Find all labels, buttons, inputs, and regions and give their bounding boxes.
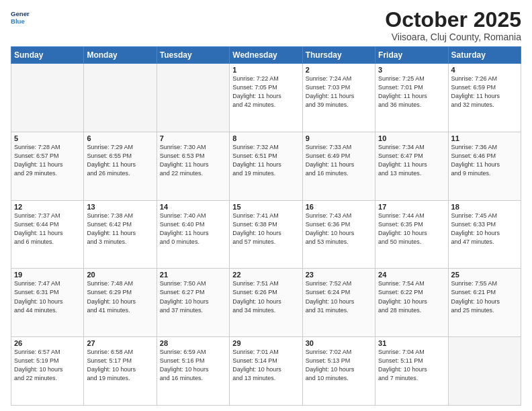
day-info: Sunrise: 7:25 AM Sunset: 7:01 PM Dayligh… [378,75,445,109]
day-number: 31 [378,339,445,347]
day-info: Sunrise: 7:38 AM Sunset: 6:42 PM Dayligh… [87,212,153,246]
day-cell: 12Sunrise: 7:37 AM Sunset: 6:44 PM Dayli… [11,200,84,269]
weekday-header-thursday: Thursday [302,47,375,64]
day-cell: 26Sunrise: 6:57 AM Sunset: 5:19 PM Dayli… [11,337,84,406]
weekday-header-tuesday: Tuesday [157,47,229,64]
week-row-1: 1Sunrise: 7:22 AM Sunset: 7:05 PM Daylig… [11,64,521,132]
day-cell: 3Sunrise: 7:25 AM Sunset: 7:01 PM Daylig… [375,64,448,132]
day-number: 23 [306,271,372,279]
header: General Blue October 2025 Viisoara, Cluj… [11,8,521,42]
day-cell: 25Sunrise: 7:55 AM Sunset: 6:21 PM Dayli… [448,269,521,337]
day-number: 5 [14,134,81,142]
day-number: 2 [306,66,372,74]
week-row-2: 5Sunrise: 7:28 AM Sunset: 6:57 PM Daylig… [11,132,521,200]
day-cell: 22Sunrise: 7:51 AM Sunset: 6:26 PM Dayli… [230,269,302,337]
day-number: 28 [160,339,226,347]
day-cell: 27Sunrise: 6:58 AM Sunset: 5:17 PM Dayli… [84,337,157,406]
page: General Blue October 2025 Viisoara, Cluj… [0,0,532,411]
day-cell: 17Sunrise: 7:44 AM Sunset: 6:35 PM Dayli… [375,200,448,269]
week-row-4: 19Sunrise: 7:47 AM Sunset: 6:31 PM Dayli… [11,269,521,337]
day-info: Sunrise: 7:54 AM Sunset: 6:22 PM Dayligh… [378,279,445,314]
weekday-header-row: SundayMondayTuesdayWednesdayThursdayFrid… [11,47,521,64]
day-info: Sunrise: 7:28 AM Sunset: 6:57 PM Dayligh… [14,143,81,178]
day-info: Sunrise: 7:36 AM Sunset: 6:46 PM Dayligh… [451,143,518,178]
location: Viisoara, Cluj County, Romania [385,32,521,42]
day-number: 25 [451,271,518,279]
day-info: Sunrise: 7:29 AM Sunset: 6:55 PM Dayligh… [87,143,153,178]
day-info: Sunrise: 7:48 AM Sunset: 6:29 PM Dayligh… [87,279,153,314]
day-cell: 8Sunrise: 7:32 AM Sunset: 6:51 PM Daylig… [230,132,302,200]
day-cell: 23Sunrise: 7:52 AM Sunset: 6:24 PM Dayli… [302,269,375,337]
weekday-header-sunday: Sunday [11,47,84,64]
day-number: 18 [451,203,518,211]
day-info: Sunrise: 7:24 AM Sunset: 7:03 PM Dayligh… [306,75,372,109]
day-number: 6 [87,134,153,142]
day-number: 30 [306,339,372,347]
day-number: 9 [306,134,372,142]
day-number: 19 [14,271,81,279]
day-number: 13 [87,203,153,211]
day-cell: 4Sunrise: 7:26 AM Sunset: 6:59 PM Daylig… [448,64,521,132]
day-info: Sunrise: 7:01 AM Sunset: 5:14 PM Dayligh… [232,348,299,383]
day-cell: 24Sunrise: 7:54 AM Sunset: 6:22 PM Dayli… [375,269,448,337]
day-cell: 18Sunrise: 7:45 AM Sunset: 6:33 PM Dayli… [448,200,521,269]
day-cell: 29Sunrise: 7:01 AM Sunset: 5:14 PM Dayli… [230,337,302,406]
day-info: Sunrise: 7:45 AM Sunset: 6:33 PM Dayligh… [451,212,518,246]
day-cell: 2Sunrise: 7:24 AM Sunset: 7:03 PM Daylig… [302,64,375,132]
day-cell: 16Sunrise: 7:43 AM Sunset: 6:36 PM Dayli… [302,200,375,269]
day-number: 12 [14,203,81,211]
logo-icon: General Blue [11,8,30,27]
day-cell [448,337,521,406]
day-cell: 15Sunrise: 7:41 AM Sunset: 6:38 PM Dayli… [230,200,302,269]
weekday-header-monday: Monday [84,47,157,64]
day-info: Sunrise: 7:43 AM Sunset: 6:36 PM Dayligh… [306,212,372,246]
day-info: Sunrise: 7:52 AM Sunset: 6:24 PM Dayligh… [306,279,372,314]
day-cell: 21Sunrise: 7:50 AM Sunset: 6:27 PM Dayli… [157,269,229,337]
day-info: Sunrise: 6:57 AM Sunset: 5:19 PM Dayligh… [14,348,81,383]
day-number: 3 [378,66,445,74]
day-info: Sunrise: 7:26 AM Sunset: 6:59 PM Dayligh… [451,75,518,109]
day-cell: 9Sunrise: 7:33 AM Sunset: 6:49 PM Daylig… [302,132,375,200]
day-cell [157,64,229,132]
day-cell: 14Sunrise: 7:40 AM Sunset: 6:40 PM Dayli… [157,200,229,269]
day-number: 1 [232,66,299,74]
day-number: 20 [87,271,153,279]
day-info: Sunrise: 7:22 AM Sunset: 7:05 PM Dayligh… [232,75,299,109]
day-number: 27 [87,339,153,347]
day-number: 16 [306,203,372,211]
day-info: Sunrise: 7:50 AM Sunset: 6:27 PM Dayligh… [160,279,226,314]
day-cell: 6Sunrise: 7:29 AM Sunset: 6:55 PM Daylig… [84,132,157,200]
day-number: 8 [232,134,299,142]
day-cell: 20Sunrise: 7:48 AM Sunset: 6:29 PM Dayli… [84,269,157,337]
title-block: October 2025 Viisoara, Cluj County, Roma… [385,8,521,42]
day-cell: 1Sunrise: 7:22 AM Sunset: 7:05 PM Daylig… [230,64,302,132]
day-number: 17 [378,203,445,211]
week-row-3: 12Sunrise: 7:37 AM Sunset: 6:44 PM Dayli… [11,200,521,269]
weekday-header-friday: Friday [375,47,448,64]
day-number: 10 [378,134,445,142]
day-number: 4 [451,66,518,74]
day-number: 29 [232,339,299,347]
day-number: 22 [232,271,299,279]
day-cell: 30Sunrise: 7:02 AM Sunset: 5:13 PM Dayli… [302,337,375,406]
day-info: Sunrise: 7:32 AM Sunset: 6:51 PM Dayligh… [232,143,299,178]
day-info: Sunrise: 6:58 AM Sunset: 5:17 PM Dayligh… [87,348,153,383]
day-info: Sunrise: 7:51 AM Sunset: 6:26 PM Dayligh… [232,279,299,314]
day-cell: 31Sunrise: 7:04 AM Sunset: 5:11 PM Dayli… [375,337,448,406]
svg-text:General: General [11,10,30,17]
day-cell: 11Sunrise: 7:36 AM Sunset: 6:46 PM Dayli… [448,132,521,200]
calendar: SundayMondayTuesdayWednesdayThursdayFrid… [11,46,521,406]
day-number: 14 [160,203,226,211]
day-number: 7 [160,134,226,142]
logo: General Blue [11,8,30,27]
day-info: Sunrise: 7:34 AM Sunset: 6:47 PM Dayligh… [378,143,445,178]
day-cell: 13Sunrise: 7:38 AM Sunset: 6:42 PM Dayli… [84,200,157,269]
day-info: Sunrise: 7:04 AM Sunset: 5:11 PM Dayligh… [378,348,445,383]
week-row-5: 26Sunrise: 6:57 AM Sunset: 5:19 PM Dayli… [11,337,521,406]
day-info: Sunrise: 7:40 AM Sunset: 6:40 PM Dayligh… [160,212,226,246]
day-cell: 10Sunrise: 7:34 AM Sunset: 6:47 PM Dayli… [375,132,448,200]
day-cell [11,64,84,132]
day-info: Sunrise: 7:55 AM Sunset: 6:21 PM Dayligh… [451,279,518,314]
day-info: Sunrise: 7:41 AM Sunset: 6:38 PM Dayligh… [232,212,299,246]
day-info: Sunrise: 7:47 AM Sunset: 6:31 PM Dayligh… [14,279,81,314]
